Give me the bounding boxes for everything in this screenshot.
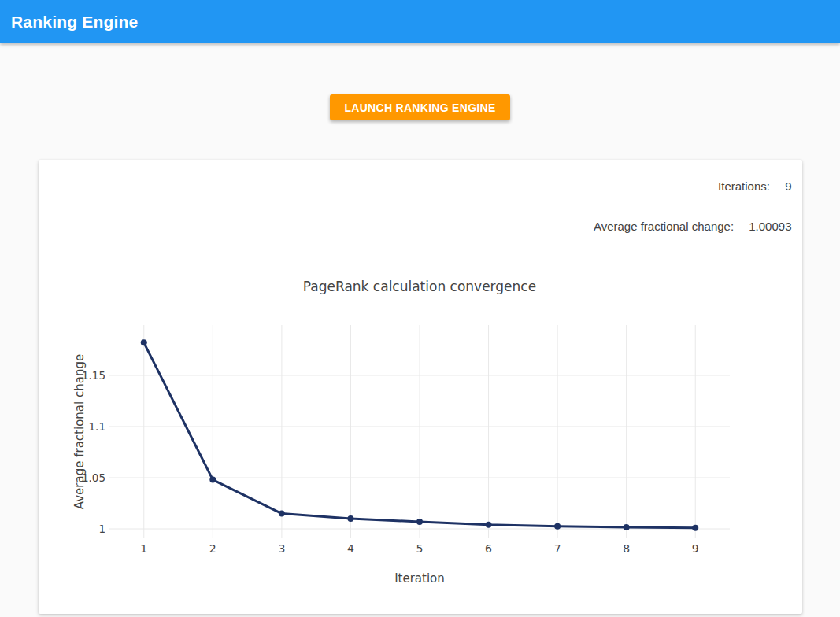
iterations-label: Iterations:	[718, 179, 770, 193]
launch-button-row: LAUNCH RANKING ENGINE	[0, 43, 840, 120]
results-card: Iterations: 9 Average fractional change:…	[39, 160, 802, 614]
avg-fractional-change-value: 1.00093	[749, 220, 791, 232]
chart-gridlines	[109, 325, 730, 538]
data-point	[209, 477, 216, 483]
data-point	[416, 519, 423, 525]
data-point	[485, 522, 491, 528]
y-axis-title: Average fractional change	[72, 354, 87, 509]
data-point	[554, 523, 561, 530]
chart-title: PageRank calculation convergence	[302, 279, 535, 294]
avg-fractional-change-label: Average fractional change:	[594, 220, 734, 233]
x-tick-label: 7	[553, 542, 561, 555]
avg-fractional-change-stat: Average fractional change: 1.00093	[39, 220, 802, 232]
x-tick-label: 3	[278, 542, 285, 555]
data-point	[347, 515, 353, 522]
x-tick-label: 9	[691, 542, 698, 555]
convergence-chart: PageRank calculation convergence11.051.1…	[39, 262, 802, 608]
x-tick-label: 6	[485, 542, 492, 555]
data-point	[623, 524, 629, 530]
x-tick-label: 8	[623, 542, 630, 555]
iterations-stat: Iterations: 9	[39, 180, 802, 192]
x-axis-title: Iteration	[394, 571, 445, 586]
launch-ranking-engine-button[interactable]: LAUNCH RANKING ENGINE	[330, 94, 509, 120]
iterations-value: 9	[785, 180, 791, 192]
y-tick-label: 1	[98, 523, 105, 535]
data-point	[140, 339, 146, 345]
x-tick-label: 2	[209, 542, 216, 555]
x-tick-label: 4	[346, 542, 353, 555]
data-point	[692, 525, 698, 531]
stats-panel: Iterations: 9 Average fractional change:…	[39, 180, 802, 232]
app-header: Ranking Engine	[0, 0, 840, 43]
y-tick-label: 1.1	[88, 420, 105, 433]
x-tick-label: 1	[140, 542, 147, 555]
x-tick-label: 5	[416, 542, 423, 555]
app-title: Ranking Engine	[11, 13, 138, 31]
data-point	[278, 511, 284, 517]
convergence-chart-svg: PageRank calculation convergence11.051.1…	[39, 262, 802, 608]
